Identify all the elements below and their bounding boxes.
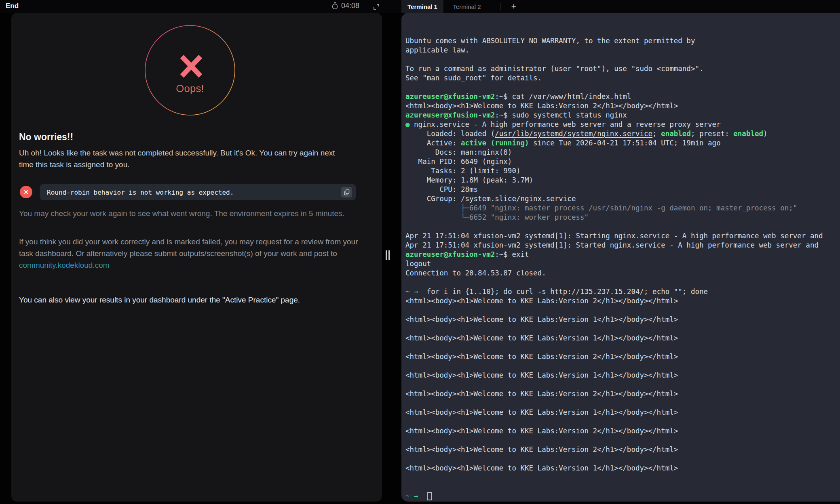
terminal-line: azureuser@xfusion-vm2:~$ sudo systemctl … — [405, 111, 840, 120]
terminal-line — [405, 83, 840, 92]
terminal-line: Tasks: 2 (limit: 990) — [405, 166, 840, 176]
terminal-line: ● nginx.service - A high performance web… — [405, 120, 840, 129]
tab-terminal-2[interactable]: Terminal 2 — [449, 0, 485, 13]
error-x-icon: ✕ — [20, 186, 32, 198]
expand-icon[interactable] — [373, 3, 380, 10]
terminal-line — [405, 380, 840, 389]
terminal-line: applicable law. — [405, 46, 840, 55]
terminal-line: logout — [405, 259, 840, 269]
terminal-line: Ubuntu comes with ABSOLUTELY NO WARRANTY… — [405, 36, 840, 46]
terminal-line — [405, 473, 840, 482]
terminal-line: Loaded: loaded (/usr/lib/systemd/system/… — [405, 129, 840, 139]
terminal-line: Memory: 1.8M (peak: 3.7M) — [405, 176, 840, 185]
terminal-line: azureuser@xfusion-vm2:~$ exit — [405, 250, 840, 259]
terminal-line: CPU: 28ms — [405, 185, 840, 194]
terminal-line — [405, 55, 840, 64]
terminal-line: CGroup: /system.slice/nginx.service — [405, 194, 840, 204]
terminal-cursor — [427, 492, 432, 500]
error-row: ✕ Round-robin behavior is not working as… — [11, 184, 382, 200]
community-link[interactable]: community.kodekloud.com — [19, 261, 110, 269]
new-tab-button[interactable]: + — [508, 0, 520, 13]
result-heading: No worries!! — [19, 132, 73, 143]
terminal-line: <html><body><h1>Welcome to KKE Labs:Vers… — [405, 101, 840, 111]
copy-button[interactable] — [341, 187, 352, 197]
terminal-line — [405, 222, 840, 231]
oops-circle — [144, 25, 236, 116]
terminal-line: Main PID: 6649 (nginx) — [405, 157, 840, 166]
terminal-line: Docs: man:nginx(8) — [405, 148, 840, 157]
drag-handle-bar — [388, 250, 390, 260]
terminal-line — [405, 482, 840, 491]
terminal-line: <html><body><h1>Welcome to KKE Labs:Vers… — [405, 464, 840, 473]
review-note: If you think you did your work correctly… — [19, 236, 363, 271]
terminal-line — [405, 399, 840, 408]
terminal-line: <html><body><h1>Welcome to KKE Labs:Vers… — [405, 445, 840, 454]
terminal-line: <html><body><h1>Welcome to KKE Labs:Vers… — [405, 315, 840, 324]
terminal-line: <html><body><h1>Welcome to KKE Labs:Vers… — [405, 408, 840, 417]
terminal-screen[interactable]: Ubuntu comes with ABSOLUTELY NO WARRANTY… — [401, 13, 840, 502]
end-button[interactable]: End — [6, 2, 19, 10]
terminal-line: Connection to 20.84.53.87 closed. — [405, 269, 840, 278]
error-message-text: Round-robin behavior is not working as e… — [47, 189, 234, 196]
terminal-line — [405, 343, 840, 352]
terminal-line: └─6652 "nginx: worker process" — [405, 213, 840, 222]
terminal-line: ~ → — [405, 491, 840, 501]
copy-icon — [344, 189, 350, 195]
terminal-line: <html><body><h1>Welcome to KKE Labs:Vers… — [405, 352, 840, 361]
oops-label: Oops! — [144, 82, 236, 95]
timer-value: 04:08 — [341, 2, 359, 10]
dashboard-note: You can also view your results in your d… — [19, 296, 300, 304]
terminal-line: ├─6649 "nginx: master process /usr/sbin/… — [405, 204, 840, 213]
terminal-line: Apr 21 17:51:04 xfusion-vm2 systemd[1]: … — [405, 241, 840, 250]
terminal-line: <html><body><h1>Welcome to KKE Labs:Vers… — [405, 389, 840, 399]
session-timer: 04:08 — [331, 2, 359, 10]
result-message: Uh oh! Looks like the task was not compl… — [19, 147, 342, 170]
terminal-line: See "man sudo_root" for details. — [405, 74, 840, 83]
terminal-line — [405, 361, 840, 371]
terminal-line: <html><body><h1>Welcome to KKE Labs:Vers… — [405, 296, 840, 306]
terminal-line — [405, 436, 840, 445]
stopwatch-icon — [331, 2, 338, 10]
drag-handle-bar — [386, 250, 387, 260]
terminal-line — [405, 417, 840, 426]
terminal-line: azureuser@xfusion-vm2:~$ cat /var/www/ht… — [405, 92, 840, 101]
terminal-line — [405, 454, 840, 464]
expiry-note: You may check your work again to see wha… — [19, 209, 344, 218]
terminal-line — [405, 306, 840, 315]
failure-x-icon — [182, 57, 201, 76]
panel-divider-handle[interactable] — [386, 250, 390, 260]
terminal-line: Active: active (running) since Tue 2026-… — [405, 139, 840, 148]
terminal-line: Apr 21 17:51:04 xfusion-vm2 systemd[1]: … — [405, 231, 840, 241]
terminal-line: To run a command as administrator (user … — [405, 64, 840, 74]
terminal-line — [405, 278, 840, 287]
terminal-line: <html><body><h1>Welcome to KKE Labs:Vers… — [405, 334, 840, 343]
terminal-line — [405, 324, 840, 334]
error-message-box: Round-robin behavior is not working as e… — [40, 184, 356, 200]
tab-terminal-1[interactable]: Terminal 1 — [401, 0, 443, 13]
terminal-line: <html><body><h1>Welcome to KKE Labs:Vers… — [405, 371, 840, 380]
top-bar: End 04:08 Terminal 1 Terminal 2 + — [0, 0, 840, 13]
terminal-line: <html><body><h1>Welcome to KKE Labs:Vers… — [405, 426, 840, 436]
terminal-line: ~ → for i in {1..10}; do curl -s http://… — [405, 287, 840, 296]
result-panel: Oops! No worries!! Uh oh! Looks like the… — [11, 13, 382, 502]
tab-separator — [500, 3, 500, 10]
